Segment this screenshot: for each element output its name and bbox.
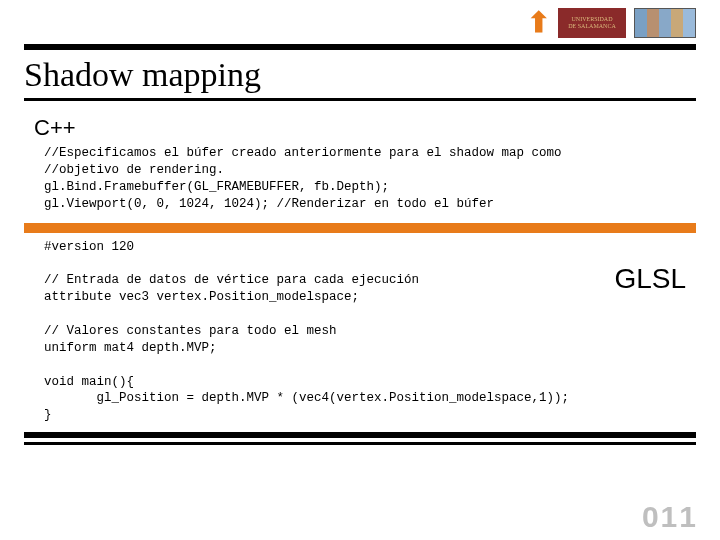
bottom-thin-rule <box>24 442 696 445</box>
divider-bar <box>24 223 696 233</box>
cpp-code-block: //Especificamos el búfer creado anterior… <box>44 145 686 213</box>
slide-header: ⬆ UNIVERSIDAD DE SALAMANCA <box>0 0 720 44</box>
bottom-thick-rule <box>24 432 696 438</box>
glsl-code-block: #version 120 // Entrada de datos de vért… <box>44 239 686 425</box>
glsl-section: GLSL #version 120 // Entrada de datos de… <box>44 239 686 425</box>
logo-text-1: UNIVERSIDAD <box>562 16 622 23</box>
cpp-label: C++ <box>34 115 686 141</box>
page-number: 011 <box>642 500 698 534</box>
top-rule <box>24 44 696 50</box>
photo-thumbnail <box>634 8 696 38</box>
title-underline <box>24 98 696 101</box>
glsl-label: GLSL <box>614 263 686 295</box>
logo-text-2: DE SALAMANCA <box>562 23 622 30</box>
arrow-up-icon: ⬆ <box>527 9 550 37</box>
slide-title: Shadow mapping <box>24 56 696 94</box>
university-logo: UNIVERSIDAD DE SALAMANCA <box>558 8 626 38</box>
